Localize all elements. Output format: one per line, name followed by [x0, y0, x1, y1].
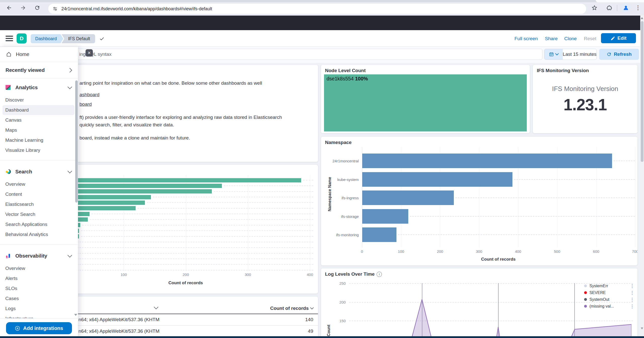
sidebar-item-analytics-canvas[interactable]: Canvas [3, 115, 74, 125]
site-info-icon[interactable] [52, 6, 58, 12]
browser-reload-icon[interactable] [33, 3, 42, 12]
legend-item-systemerr[interactable]: SystemErr⋮ [584, 282, 634, 289]
table-row[interactable]: n64; x64) AppleWebKit/537.36 (KHTM49 [74, 326, 318, 337]
browser-address-bar[interactable]: 24r1moncentral.rnd.ifsdevworld.com/kiban… [48, 4, 586, 14]
check-icon[interactable] [99, 36, 105, 41]
legend-actions-icon[interactable]: ⋮ [630, 297, 634, 302]
table-row[interactable]: n64; x64) AppleWebKit/537.36 (KHTM140 [74, 314, 318, 326]
page-scrollbar[interactable] [640, 16, 644, 338]
page-scrollbar-thumb[interactable] [641, 21, 643, 162]
sidebar-item-search-vector-search[interactable]: Vector Search [3, 209, 74, 219]
bar[interactable] [74, 206, 136, 210]
breadcrumb-current[interactable]: IFS Default [62, 34, 95, 43]
sidebar-item-observability-logs[interactable]: Logs [3, 304, 74, 314]
add-integrations-label: Add integrations [23, 325, 63, 331]
sidebar-item-analytics-machine-learning[interactable]: Machine Learning [3, 135, 74, 145]
markdown-text-line: board, instead make a clone and maintain… [79, 135, 190, 141]
browser-menu-icon[interactable]: ⋮ [633, 3, 642, 12]
chrome-divider [617, 5, 617, 11]
legend-item-missing-val[interactable]: (missing val...⋮ [584, 303, 634, 310]
bar-ifs-storage[interactable] [362, 209, 408, 224]
clone-button[interactable]: Clone [564, 36, 577, 41]
dashboard-app-badge[interactable]: D [17, 33, 27, 43]
time-range-value[interactable]: Last 15 minutes [563, 49, 596, 60]
log-levels-panel[interactable]: Log Levels Over Time i 250200150 Count S… [321, 268, 637, 338]
sidebar-section-header-analytics[interactable]: Analytics [0, 82, 78, 93]
sidebar-section-header-observability[interactable]: Observability [0, 250, 78, 261]
kql-query-input[interactable]: ing KQL syntax [75, 49, 542, 60]
legend-item-severe[interactable]: SEVERE⋮ [584, 289, 634, 296]
markdown-link[interactable]: ashboard [79, 92, 99, 98]
sort-chevron-icon[interactable] [154, 305, 158, 309]
sidebar-item-recently-viewed[interactable]: Recently viewed [0, 62, 78, 78]
sidebar-item-search-elasticsearch[interactable]: Elasticsearch [3, 199, 74, 209]
bar[interactable] [74, 184, 222, 188]
bar-ifs-ingress[interactable] [362, 190, 454, 205]
sidebar-section-header-search[interactable]: Search [0, 166, 78, 177]
reset-button[interactable]: Reset [584, 36, 596, 41]
sidebar-item-analytics-dashboard[interactable]: Dashboard [3, 105, 74, 115]
useragent-table-panel[interactable]: Count of records n64; x64) AppleWebKit/5… [74, 297, 318, 338]
sidebar-item-search-behavioral-analytics[interactable]: Behavioral Analytics [3, 229, 74, 239]
navigation-flyout: Home Recently viewed AnalyticsDiscoverDa… [0, 47, 78, 338]
browser-forward-icon[interactable] [19, 3, 28, 12]
scroll-down-icon[interactable] [641, 327, 643, 329]
bar[interactable] [74, 178, 301, 182]
node-level-count-panel[interactable]: Node Level Count dse1k8s554 100% [321, 65, 530, 133]
sidebar-item-observability-overview[interactable]: Overview [3, 263, 74, 273]
sidebar-scrollbar-thumb[interactable] [75, 80, 78, 203]
sidebar-scroll-down-icon[interactable] [74, 314, 77, 316]
bar[interactable] [74, 195, 151, 199]
bar[interactable] [74, 201, 145, 205]
menu-hamburger-icon[interactable] [6, 36, 13, 41]
browser-profile-avatar[interactable] [621, 3, 630, 12]
legend-item-systemout[interactable]: SystemOut⋮ [584, 296, 634, 303]
sidebar-item-analytics-maps[interactable]: Maps [3, 125, 74, 135]
calendar-menu-button[interactable] [544, 49, 563, 60]
sidebar-item-analytics-discover[interactable]: Discover [3, 95, 74, 105]
sidebar-section-analytics: AnalyticsDiscoverDashboardCanvasMapsMach… [0, 82, 78, 155]
sidebar-footer: Add integrations [0, 318, 78, 338]
bar[interactable] [74, 189, 212, 194]
legend-actions-icon[interactable]: ⋮ [630, 290, 634, 296]
table-header-count[interactable]: Count of records [270, 306, 313, 311]
version-metric-panel[interactable]: IFS Monitoring Version IFS Monitoring Ve… [533, 65, 637, 133]
sidebar-item-search-content[interactable]: Content [3, 189, 74, 199]
scroll-up-icon[interactable] [641, 17, 643, 19]
namespace-chart-panel[interactable]: Namespace 010020030040050060070024r1monc… [321, 137, 637, 265]
bar-kube-system[interactable] [362, 172, 512, 187]
sidebar-item-observability-alerts[interactable]: Alerts [3, 273, 74, 283]
x-tick-label: 200 [183, 272, 189, 277]
markdown-link[interactable]: board [79, 102, 92, 107]
sidebar-item-analytics-visualize-library[interactable]: Visualize Library [3, 145, 74, 155]
refresh-button[interactable]: Refresh [599, 49, 639, 60]
table-cell-useragent: n64; x64) AppleWebKit/537.36 (KHTM [78, 317, 159, 322]
breadcrumb-dashboard[interactable]: Dashboard [31, 34, 63, 43]
elastic-header: elastic Find apps, content, and more. ^/… [0, 16, 644, 30]
useragent-bar-chart-panel[interactable]: 100200300400 Count of records [74, 165, 318, 294]
sidebar-item-search-search-applications[interactable]: Search Applications [3, 219, 74, 229]
bar-24r1moncentral[interactable] [362, 154, 612, 168]
add-integrations-button[interactable]: Add integrations [6, 322, 72, 334]
legend-label: (missing val... [589, 304, 630, 309]
close-flyout-icon[interactable]: ✕ [86, 49, 93, 57]
sidebar-item-observability-cases[interactable]: Cases [3, 294, 74, 304]
bar-ifs-monitoring[interactable] [362, 227, 396, 242]
legend-actions-icon[interactable]: ⋮ [630, 283, 634, 289]
sidebar-item-search-overview[interactable]: Overview [3, 179, 74, 189]
markdown-panel: arting point for inspiration on what can… [74, 65, 318, 162]
browser-back-icon[interactable] [5, 3, 14, 12]
share-button[interactable]: Share [545, 36, 558, 41]
full-screen-button[interactable]: Full screen [514, 36, 538, 41]
bookmark-star-icon[interactable] [590, 3, 599, 12]
edit-button[interactable]: Edit [601, 33, 636, 43]
treemap-cell[interactable]: dse1k8s554 100% [324, 74, 527, 131]
legend-actions-icon[interactable]: ⋮ [630, 304, 634, 309]
sidebar-item-observability-slos[interactable]: SLOs [3, 283, 74, 294]
sidebar-item-home[interactable]: Home [0, 47, 78, 62]
breadcrumb: Dashboard IFS Default [31, 34, 105, 43]
time-picker[interactable]: Last 15 minutes [544, 49, 597, 60]
extensions-icon[interactable] [605, 3, 614, 12]
sidebar-item-observability-infrastructure[interactable]: Infrastructure [3, 314, 74, 318]
table-header-row[interactable]: Count of records [74, 303, 318, 314]
